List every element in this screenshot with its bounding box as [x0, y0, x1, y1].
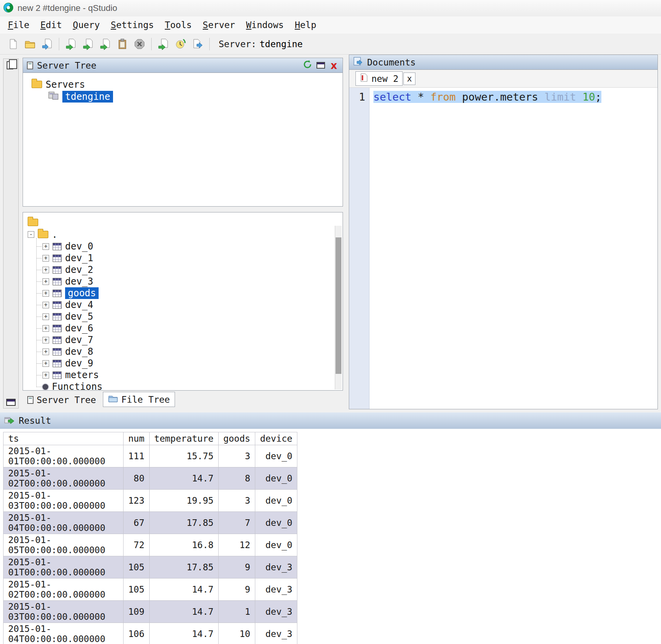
expand-icon[interactable]: +: [42, 267, 49, 273]
expand-icon[interactable]: +: [42, 360, 49, 367]
expand-icon[interactable]: +: [42, 278, 49, 285]
tree-item-dev_2[interactable]: + dev_2: [28, 264, 343, 276]
expand-icon[interactable]: +: [42, 372, 49, 379]
run-query-button[interactable]: [64, 36, 78, 52]
run-selection-button[interactable]: [81, 36, 95, 52]
column-header-goods[interactable]: goods: [218, 432, 255, 445]
tab-server-tree[interactable]: Server Tree: [23, 393, 101, 407]
expand-icon[interactable]: +: [42, 290, 49, 297]
refresh-icon[interactable]: [302, 59, 313, 71]
menu-server[interactable]: Server: [197, 18, 240, 32]
server-icon: [48, 91, 59, 103]
run-line-button[interactable]: [98, 36, 113, 52]
tree-item-dot[interactable]: - .: [28, 228, 343, 241]
tree-item-dev_6[interactable]: + dev_6: [28, 322, 343, 334]
table-row[interactable]: 2015-01-03T00:00:00.00000010914.71dev_3: [4, 601, 297, 623]
folder-icon: [28, 219, 38, 226]
table-row[interactable]: 2015-01-02T00:00:00.0000008014.78dev_0: [4, 467, 297, 490]
table-cell: 16.8: [149, 534, 218, 556]
menu-settings[interactable]: Settings: [105, 18, 159, 32]
tree-item-servers[interactable]: Servers: [32, 78, 343, 90]
table-row[interactable]: 2015-01-05T00:00:00.0000007216.812dev_0: [4, 534, 297, 556]
file-tree-scrollbar[interactable]: [335, 226, 342, 389]
column-header-temperature[interactable]: temperature: [149, 432, 218, 445]
sql-number: 10: [576, 91, 595, 103]
expand-icon[interactable]: +: [42, 337, 49, 343]
menu-help[interactable]: Help: [289, 18, 322, 32]
table-row[interactable]: 2015-01-04T00:00:00.0000006717.857dev_0: [4, 512, 297, 534]
sql-semicolon: ;: [595, 91, 601, 103]
tree-item-label: dev_3: [65, 276, 93, 287]
close-icon[interactable]: x: [329, 60, 339, 71]
server-input[interactable]: [260, 39, 322, 49]
documents-header: Documents: [349, 55, 657, 70]
save-button[interactable]: [40, 36, 55, 52]
server-label: Server:: [219, 39, 256, 49]
table-row[interactable]: 2015-01-03T00:00:00.00000012319.953dev_0: [4, 490, 297, 512]
tree-root-folder[interactable]: [28, 216, 343, 228]
tree-item-dev_9[interactable]: + dev_9: [28, 357, 343, 369]
tree-item-dev_0[interactable]: + dev_0: [28, 241, 343, 252]
open-file-button[interactable]: [23, 36, 37, 52]
restore-panels-icon[interactable]: [7, 61, 13, 69]
tree-item-functions[interactable]: Functions: [28, 381, 343, 391]
menu-windows[interactable]: Windows: [240, 18, 289, 32]
menu-query[interactable]: Query: [67, 18, 105, 32]
maximize-icon[interactable]: [316, 62, 325, 69]
stop-button[interactable]: [132, 36, 147, 52]
server-tree-panel: Server Tree x Servers tdengine: [23, 58, 343, 207]
table-icon: [53, 325, 62, 332]
table-row[interactable]: 2015-01-01T00:00:00.00000011115.753dev_0: [4, 445, 297, 467]
expand-icon[interactable]: +: [42, 255, 49, 262]
paste-button[interactable]: [115, 36, 130, 52]
table-row[interactable]: 2015-01-02T00:00:00.00000010514.79dev_3: [4, 579, 297, 601]
export-button[interactable]: [190, 36, 205, 52]
server-selector: Server:: [219, 39, 322, 49]
expand-icon[interactable]: +: [42, 243, 49, 250]
tree-item-dev_3[interactable]: + dev_3: [28, 276, 343, 287]
tree-item-goods[interactable]: + goods: [28, 287, 343, 299]
code-area[interactable]: select * from power.meters limit 10;: [369, 88, 657, 409]
document-tab[interactable]: new 2: [355, 71, 403, 86]
left-panel-group: Server Tree x Servers tdengine: [23, 58, 343, 409]
tab-close-button[interactable]: x: [403, 73, 415, 85]
documents-icon: [353, 56, 363, 68]
new-file-button[interactable]: [5, 36, 20, 52]
menu-edit[interactable]: Edit: [35, 18, 67, 32]
tab-file-tree[interactable]: File Tree: [103, 392, 175, 407]
table-cell: 8: [218, 467, 255, 490]
tree-item-dev_1[interactable]: + dev_1: [28, 252, 343, 264]
expand-icon[interactable]: +: [42, 313, 49, 320]
sql-editor[interactable]: 1 select * from power.meters limit 10;: [349, 88, 657, 409]
column-header-num[interactable]: num: [124, 432, 150, 445]
table-cell: dev_0: [255, 445, 297, 467]
menu-tools[interactable]: Tools: [159, 18, 197, 32]
result-content: ts num temperature goods device 2015-01-…: [0, 429, 661, 644]
collapse-icon[interactable]: -: [28, 231, 34, 238]
tree-item-dev_5[interactable]: + dev_5: [28, 311, 343, 322]
expand-icon[interactable]: +: [42, 349, 49, 355]
tree-item-dev_7[interactable]: + dev_7: [28, 334, 343, 346]
tree-item-label: dev_1: [65, 253, 93, 264]
tree-item-label: dev_5: [65, 311, 93, 322]
tree-item-tdengine[interactable]: tdengine: [48, 90, 343, 103]
refresh-schedule-button[interactable]: [173, 36, 188, 52]
column-header-device[interactable]: device: [255, 432, 297, 445]
tree-item-label: dev_6: [65, 323, 93, 334]
toolbar: Server:: [0, 34, 661, 55]
scrollbar-thumb[interactable]: [336, 237, 341, 374]
tree-item-meters[interactable]: + meters: [28, 369, 343, 381]
tree-item-label: dev_7: [65, 334, 93, 345]
tree-item-dev_8[interactable]: + dev_8: [28, 346, 343, 357]
menu-file[interactable]: File: [2, 18, 35, 32]
execute-script-button[interactable]: [156, 36, 171, 52]
minimized-window-icon[interactable]: [6, 399, 16, 406]
column-header-ts[interactable]: ts: [4, 432, 124, 445]
expand-icon[interactable]: +: [42, 325, 49, 332]
expand-icon[interactable]: +: [42, 302, 49, 308]
tree-item-dev_4[interactable]: + dev_4: [28, 299, 343, 311]
table-icon: [53, 243, 62, 250]
table-row[interactable]: 2015-01-01T00:00:00.00000010517.859dev_3: [4, 556, 297, 579]
table-row[interactable]: 2015-01-04T00:00:00.00000010614.710dev_3: [4, 623, 297, 644]
result-table-body: 2015-01-01T00:00:00.00000011115.753dev_0…: [4, 445, 297, 644]
